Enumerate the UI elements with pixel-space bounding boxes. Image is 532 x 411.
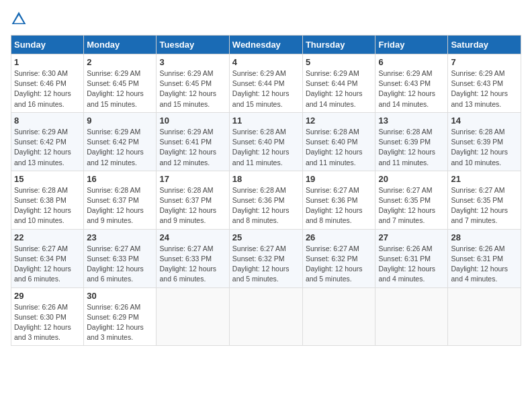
day-number: 16 [87,174,153,184]
day-detail: Sunrise: 6:27 AM Sunset: 6:32 PM Dayligh… [232,244,300,285]
day-number: 30 [87,291,153,301]
calendar-header-row: SundayMondayTuesdayWednesdayThursdayFrid… [11,36,521,54]
calendar-week-row: 29Sunrise: 6:26 AM Sunset: 6:30 PM Dayli… [11,287,521,346]
day-number: 14 [451,116,518,126]
calendar-cell: 21Sunrise: 6:27 AM Sunset: 6:35 PM Dayli… [448,171,521,229]
calendar-cell: 11Sunrise: 6:28 AM Sunset: 6:40 PM Dayli… [229,112,302,171]
day-number: 17 [159,174,226,184]
day-number: 21 [451,174,518,184]
logo [11,11,30,27]
calendar-week-row: 8Sunrise: 6:29 AM Sunset: 6:42 PM Daylig… [11,112,521,171]
day-number: 18 [232,174,300,184]
day-detail: Sunrise: 6:29 AM Sunset: 6:43 PM Dayligh… [378,68,445,109]
day-number: 2 [87,57,153,67]
day-number: 13 [378,116,445,126]
calendar-cell [375,287,448,346]
calendar-cell: 20Sunrise: 6:27 AM Sunset: 6:35 PM Dayli… [375,171,448,229]
calendar-cell: 7Sunrise: 6:29 AM Sunset: 6:43 PM Daylig… [448,54,521,113]
calendar-cell: 3Sunrise: 6:29 AM Sunset: 6:45 PM Daylig… [157,54,229,113]
calendar-day-header: Thursday [302,36,375,54]
day-number: 10 [159,116,226,126]
day-number: 4 [232,57,300,67]
day-number: 5 [306,57,373,67]
calendar-day-header: Tuesday [157,36,229,54]
calendar-cell: 23Sunrise: 6:27 AM Sunset: 6:33 PM Dayli… [84,229,157,287]
day-detail: Sunrise: 6:27 AM Sunset: 6:34 PM Dayligh… [14,244,81,285]
calendar-cell: 18Sunrise: 6:28 AM Sunset: 6:36 PM Dayli… [229,171,302,229]
day-detail: Sunrise: 6:27 AM Sunset: 6:32 PM Dayligh… [306,244,373,285]
day-number: 7 [451,57,518,67]
day-detail: Sunrise: 6:29 AM Sunset: 6:41 PM Dayligh… [159,127,226,168]
calendar-week-row: 22Sunrise: 6:27 AM Sunset: 6:34 PM Dayli… [11,229,521,287]
calendar-cell: 30Sunrise: 6:26 AM Sunset: 6:29 PM Dayli… [84,287,157,346]
calendar-cell: 29Sunrise: 6:26 AM Sunset: 6:30 PM Dayli… [11,287,84,346]
day-detail: Sunrise: 6:29 AM Sunset: 6:43 PM Dayligh… [451,68,518,109]
calendar-cell: 2Sunrise: 6:29 AM Sunset: 6:45 PM Daylig… [84,54,157,113]
day-detail: Sunrise: 6:27 AM Sunset: 6:35 PM Dayligh… [378,185,445,226]
calendar-cell: 22Sunrise: 6:27 AM Sunset: 6:34 PM Dayli… [11,229,84,287]
day-detail: Sunrise: 6:28 AM Sunset: 6:39 PM Dayligh… [451,127,518,168]
day-number: 20 [378,174,445,184]
day-detail: Sunrise: 6:27 AM Sunset: 6:33 PM Dayligh… [159,244,226,285]
day-number: 6 [378,57,445,67]
day-number: 29 [14,291,81,301]
day-number: 25 [232,232,300,242]
day-number: 12 [306,116,373,126]
day-number: 19 [306,174,373,184]
calendar-cell: 26Sunrise: 6:27 AM Sunset: 6:32 PM Dayli… [302,229,375,287]
calendar-cell: 28Sunrise: 6:26 AM Sunset: 6:31 PM Dayli… [448,229,521,287]
day-number: 23 [87,232,153,242]
calendar-day-header: Sunday [11,36,84,54]
calendar-week-row: 15Sunrise: 6:28 AM Sunset: 6:38 PM Dayli… [11,171,521,229]
calendar-cell: 12Sunrise: 6:28 AM Sunset: 6:40 PM Dayli… [302,112,375,171]
day-number: 28 [451,232,518,242]
calendar-cell: 24Sunrise: 6:27 AM Sunset: 6:33 PM Dayli… [157,229,229,287]
day-number: 27 [378,232,445,242]
day-number: 26 [306,232,373,242]
calendar-cell: 9Sunrise: 6:29 AM Sunset: 6:42 PM Daylig… [84,112,157,171]
calendar-cell [157,287,229,346]
day-detail: Sunrise: 6:28 AM Sunset: 6:37 PM Dayligh… [87,185,153,226]
day-detail: Sunrise: 6:26 AM Sunset: 6:31 PM Dayligh… [378,244,445,285]
day-detail: Sunrise: 6:29 AM Sunset: 6:42 PM Dayligh… [14,127,81,168]
day-detail: Sunrise: 6:29 AM Sunset: 6:45 PM Dayligh… [87,68,153,109]
day-detail: Sunrise: 6:28 AM Sunset: 6:39 PM Dayligh… [378,127,445,168]
day-detail: Sunrise: 6:29 AM Sunset: 6:44 PM Dayligh… [232,68,300,109]
calendar-cell: 4Sunrise: 6:29 AM Sunset: 6:44 PM Daylig… [229,54,302,113]
calendar-cell: 19Sunrise: 6:27 AM Sunset: 6:36 PM Dayli… [302,171,375,229]
day-detail: Sunrise: 6:26 AM Sunset: 6:30 PM Dayligh… [14,302,81,343]
calendar-day-header: Friday [375,36,448,54]
calendar-table: SundayMondayTuesdayWednesdayThursdayFrid… [11,35,521,346]
calendar-cell [302,287,375,346]
day-number: 22 [14,232,81,242]
calendar-cell: 5Sunrise: 6:29 AM Sunset: 6:44 PM Daylig… [302,54,375,113]
day-detail: Sunrise: 6:26 AM Sunset: 6:29 PM Dayligh… [87,302,153,343]
day-detail: Sunrise: 6:30 AM Sunset: 6:46 PM Dayligh… [14,68,81,109]
day-number: 3 [159,57,226,67]
day-detail: Sunrise: 6:27 AM Sunset: 6:33 PM Dayligh… [87,244,153,285]
day-detail: Sunrise: 6:28 AM Sunset: 6:37 PM Dayligh… [159,185,226,226]
page-header [11,11,521,27]
calendar-cell: 15Sunrise: 6:28 AM Sunset: 6:38 PM Dayli… [11,171,84,229]
logo-icon [11,11,27,27]
calendar-cell: 27Sunrise: 6:26 AM Sunset: 6:31 PM Dayli… [375,229,448,287]
calendar-week-row: 1Sunrise: 6:30 AM Sunset: 6:46 PM Daylig… [11,54,521,113]
calendar-body: 1Sunrise: 6:30 AM Sunset: 6:46 PM Daylig… [11,54,521,346]
calendar-cell: 10Sunrise: 6:29 AM Sunset: 6:41 PM Dayli… [157,112,229,171]
calendar-cell [448,287,521,346]
day-detail: Sunrise: 6:29 AM Sunset: 6:45 PM Dayligh… [159,68,226,109]
calendar-cell: 8Sunrise: 6:29 AM Sunset: 6:42 PM Daylig… [11,112,84,171]
day-number: 24 [159,232,226,242]
day-detail: Sunrise: 6:26 AM Sunset: 6:31 PM Dayligh… [451,244,518,285]
day-number: 1 [14,57,81,67]
day-detail: Sunrise: 6:29 AM Sunset: 6:42 PM Dayligh… [87,127,153,168]
day-detail: Sunrise: 6:27 AM Sunset: 6:35 PM Dayligh… [451,185,518,226]
day-detail: Sunrise: 6:28 AM Sunset: 6:36 PM Dayligh… [232,185,300,226]
calendar-day-header: Saturday [448,36,521,54]
day-number: 8 [14,116,81,126]
day-detail: Sunrise: 6:27 AM Sunset: 6:36 PM Dayligh… [306,185,373,226]
calendar-cell: 1Sunrise: 6:30 AM Sunset: 6:46 PM Daylig… [11,54,84,113]
calendar-day-header: Monday [84,36,157,54]
day-number: 15 [14,174,81,184]
day-detail: Sunrise: 6:28 AM Sunset: 6:40 PM Dayligh… [232,127,300,168]
